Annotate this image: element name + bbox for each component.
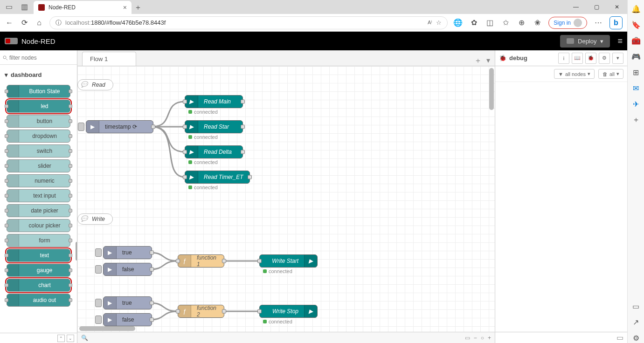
node-false-2[interactable]: ▶ false (103, 313, 152, 326)
inject-button[interactable] (95, 248, 102, 257)
bing-button[interactable]: b (609, 16, 623, 29)
node-read-timer[interactable]: ▶ Read Timer_ET (185, 171, 250, 184)
flow-canvas[interactable]: Read Write ▶ timestamp ⟳ ▶ Read Main con… (77, 66, 495, 332)
help-tab-button[interactable]: 📖 (572, 53, 583, 64)
favorite-icon[interactable]: ☆ (436, 19, 442, 26)
group-write-label[interactable]: Write (77, 213, 113, 225)
zoom-out-icon[interactable]: − (474, 335, 477, 341)
clear-button[interactable]: 🗑 all ▾ (598, 69, 623, 79)
read-aloud-icon[interactable]: A⁾ (428, 20, 432, 26)
palette-node-slider[interactable]: slider (7, 159, 70, 172)
favicon-icon (38, 4, 45, 11)
debug-tab-button[interactable]: 🐞 (585, 53, 596, 64)
games-icon[interactable]: 🎮 (631, 51, 641, 62)
extensions-icon[interactable]: ✿ (469, 18, 478, 27)
category-dashboard[interactable]: ▾ dashboard (3, 67, 74, 83)
browser-tab[interactable]: Node-RED × (34, 1, 132, 14)
tabs-icon[interactable]: ▥ (21, 2, 28, 11)
node-function-2[interactable]: ƒ function 2 (178, 305, 224, 318)
node-false-1[interactable]: ▶ false (103, 263, 152, 276)
palette-node-form[interactable]: form (7, 234, 70, 247)
close-window-button[interactable]: ✕ (607, 0, 627, 14)
inject-button[interactable] (95, 265, 102, 274)
palette-resize-handle[interactable] (76, 242, 77, 261)
palette-node-Button-State[interactable]: Button State (7, 85, 70, 98)
filter-nodes-input[interactable] (3, 55, 74, 61)
navigator-icon[interactable]: ▭ (465, 335, 470, 341)
info-tab-button[interactable]: i (558, 53, 569, 64)
zoom-in-icon[interactable]: + (488, 335, 491, 341)
ext2-icon[interactable]: ❀ (533, 18, 542, 27)
collections-icon[interactable]: ⊕ (517, 18, 526, 27)
debug-tab[interactable]: 🐞 debug (499, 55, 527, 62)
node-write-start[interactable]: Write Start ▶ (259, 254, 318, 268)
node-read-main[interactable]: ▶ Read Main (185, 95, 243, 108)
ext1-icon[interactable]: 🌐 (453, 18, 463, 27)
palette-expand-button[interactable]: ⌄ (67, 335, 74, 342)
bell-icon[interactable]: 🔔 (631, 4, 641, 14)
close-tab-icon[interactable]: × (123, 4, 127, 11)
deploy-button[interactable]: Deploy ▾ (560, 35, 610, 48)
refresh-button[interactable]: ⟳ (20, 18, 29, 27)
nodered-logo-icon (5, 38, 18, 44)
palette-node-text-input[interactable]: text input (7, 189, 70, 202)
flow-menu-button[interactable]: ▾ (486, 56, 490, 66)
url-input[interactable]: ⓘ localhost:1880/#flow/476b5e78.8443f A⁾… (49, 16, 448, 29)
inject-button[interactable] (95, 316, 102, 324)
toolbox-icon[interactable]: 🧰 (631, 35, 641, 46)
zoom-reset-icon[interactable]: ○ (481, 335, 484, 341)
arrow-icon: ▶ (304, 305, 317, 317)
palette-node-dropdown[interactable]: dropdown (7, 130, 70, 143)
canvas-vscroll[interactable] (489, 68, 494, 110)
palette-node-numeric[interactable]: numeric (7, 174, 70, 187)
add-flow-button[interactable]: ＋ (474, 56, 482, 66)
palette-node-text[interactable]: text (7, 249, 70, 262)
maximize-button[interactable]: ▢ (586, 0, 607, 14)
minimize-button[interactable]: — (566, 0, 586, 14)
panel-icon[interactable]: ▭ (631, 301, 641, 311)
palette-node-gauge[interactable]: gauge (7, 264, 70, 277)
workspace-icon[interactable]: ▭ (6, 2, 13, 11)
office-icon[interactable]: ⊞ (631, 67, 641, 77)
node-read-delta[interactable]: ▶ Read Delta (185, 145, 243, 158)
send-icon[interactable]: ✈ (631, 99, 641, 109)
canvas-hscroll[interactable] (79, 326, 135, 331)
main-menu-button[interactable]: ≡ (617, 36, 623, 46)
search-icon[interactable]: 🔍 (81, 335, 88, 341)
filter-nodes-button[interactable]: ▼ all nodes ▾ (554, 69, 595, 79)
inject-button[interactable] (95, 299, 102, 307)
inject-button[interactable] (78, 123, 84, 131)
outlook-icon[interactable]: ✉ (631, 83, 641, 93)
palette-collapse-button[interactable]: ⌃ (57, 335, 65, 342)
palette-node-date-picker[interactable]: date picker (7, 204, 70, 217)
node-true-2[interactable]: ▶ true (103, 296, 152, 309)
palette-node-led[interactable]: led (7, 100, 70, 113)
node-write-stop[interactable]: Write Stop ▶ (259, 305, 318, 318)
node-function-1[interactable]: ƒ function 1 (178, 254, 224, 268)
palette-node-audio-out[interactable]: audio out (7, 294, 70, 307)
trash-icon: 🗑 (602, 71, 608, 77)
home-button[interactable]: ⌂ (35, 18, 44, 27)
flow-tab[interactable]: Flow 1 (82, 52, 136, 66)
share-icon[interactable]: ↗ (631, 317, 641, 327)
tag-icon[interactable]: 🔖 (631, 20, 641, 30)
palette-node-switch[interactable]: switch (7, 144, 70, 158)
more-tab-button[interactable]: ▾ (612, 53, 623, 64)
plus-icon[interactable]: ＋ (631, 115, 641, 125)
node-true-1[interactable]: ▶ true (103, 246, 152, 259)
palette-node-colour-picker[interactable]: colour picker (7, 219, 70, 232)
new-tab-button[interactable]: ＋ (132, 1, 145, 14)
favorites-icon[interactable]: ✩ (501, 18, 510, 27)
settings-icon[interactable]: ⚙ (631, 333, 641, 343)
signin-button[interactable]: Sign in (548, 17, 587, 29)
node-read-star[interactable]: ▶ Read Star (185, 120, 243, 133)
group-read-label[interactable]: Read (77, 79, 113, 90)
open-window-icon[interactable]: ▭ (616, 333, 623, 342)
split-icon[interactable]: ◫ (485, 18, 494, 27)
back-button[interactable]: ← (5, 18, 14, 27)
config-tab-button[interactable]: ⚙ (599, 53, 610, 64)
menu-icon[interactable]: ⋯ (594, 18, 603, 27)
palette-node-chart[interactable]: chart (7, 279, 70, 292)
node-timestamp[interactable]: ▶ timestamp ⟳ (86, 120, 153, 133)
palette-node-button[interactable]: button (7, 115, 70, 128)
